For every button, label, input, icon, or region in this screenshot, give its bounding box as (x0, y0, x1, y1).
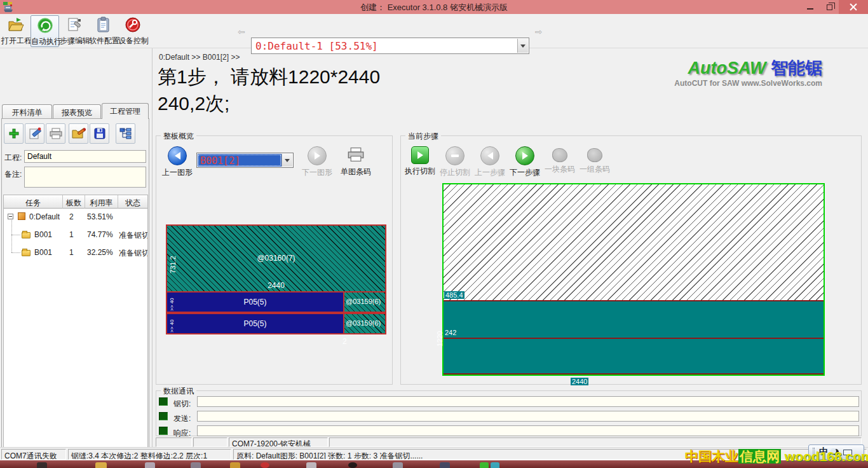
restore-button[interactable] (820, 0, 839, 14)
taskbar-icon[interactable] (230, 462, 240, 468)
send-status-led (159, 412, 168, 420)
graphic-selector-value: B001[2] (200, 155, 240, 167)
next-step-label: 下一步骤 (508, 167, 541, 178)
board-region-large[interactable]: 731.2 @03160(7) 2440 (166, 224, 386, 292)
taskbar-icon[interactable] (480, 462, 489, 468)
close-button[interactable] (839, 0, 868, 14)
taskbar-icon[interactable] (145, 462, 155, 468)
open-project-button[interactable]: 打开工程 (1, 15, 30, 47)
tab-label: 报表预览 (62, 108, 92, 117)
cell-rate: 53.51% (87, 212, 113, 221)
strip-part-label: P05(5) (167, 319, 343, 328)
auto-run-icon (31, 16, 58, 35)
folder-icon (22, 232, 31, 238)
board-region-offcut[interactable]: @03159(6) (343, 291, 386, 313)
main-toolbar: 打开工程 自动执行 (0, 14, 868, 48)
cell-task: B001 (34, 248, 52, 257)
graphic-selector-combo[interactable]: B001[2] (196, 153, 294, 168)
table-row[interactable]: 0:Default 2 53.51% (4, 210, 147, 224)
remark-field-label: 备注: (4, 169, 22, 180)
remaining-material-region[interactable] (444, 184, 824, 300)
step-edit-button[interactable]: 步骤编辑 (60, 15, 88, 47)
taskbar-icon[interactable] (95, 462, 107, 468)
execute-cut-button[interactable]: 执行切割 (403, 146, 437, 177)
saw-data-input[interactable] (197, 396, 859, 407)
board-region-strip[interactable]: >> 40 P05(5) (166, 291, 344, 313)
board-region-strip[interactable]: >> 40 P05(5) (166, 313, 344, 334)
current-cut-diagram[interactable]: 485.4 242 1220 2440 (442, 183, 825, 376)
next-step-button[interactable]: 下一步骤 (508, 146, 541, 178)
next-graphic-button[interactable]: 下一图形 (301, 146, 333, 178)
column-header-status[interactable]: 状态 (118, 195, 147, 209)
saw-params-segment: 锯缝:3.4 本次修边:2 整料修边:2,2 层次:1 (68, 449, 231, 460)
group-barcode-button[interactable]: 一组条码 (578, 146, 611, 175)
prev-graphic-button[interactable]: 上一图形 (161, 146, 193, 178)
add-button[interactable] (4, 123, 24, 144)
nav-forward-arrow-icon[interactable]: ⇨ (535, 27, 543, 37)
column-header-rate[interactable]: 利用率 (85, 195, 118, 209)
prev-step-button[interactable]: 上一步骤 (473, 146, 506, 178)
column-header-task[interactable]: 任务 (4, 195, 63, 209)
taskbar-icon[interactable] (491, 462, 499, 468)
piece-barcode-button[interactable]: 一块条码 (543, 146, 576, 175)
taskbar-icon[interactable] (37, 462, 47, 468)
remark-textarea[interactable] (24, 167, 146, 188)
single-barcode-button[interactable]: 单图条码 (338, 146, 374, 177)
cut-strip-region[interactable] (444, 301, 824, 338)
folder-icon (22, 250, 31, 256)
cell-status: 准备锯切 (119, 230, 147, 241)
taskbar-icon[interactable] (306, 462, 316, 468)
table-row[interactable]: B001 1 32.25% 准备锯切 (4, 245, 147, 259)
close-icon (850, 3, 857, 11)
tab-project-manage[interactable]: 工程管理 (102, 103, 149, 119)
prev-graphic-label: 上一图形 (161, 167, 193, 178)
project-edit-button[interactable] (69, 123, 88, 144)
taskbar-icon[interactable] (191, 462, 201, 468)
board-layout-diagram[interactable]: 731.2 @03160(7) 2440 >> 40 P05(5) @03159… (166, 224, 386, 334)
response-data-input[interactable] (197, 425, 859, 436)
edit-button[interactable] (25, 123, 44, 144)
tree-collapse-icon[interactable] (8, 214, 13, 219)
board-region-offcut[interactable]: @03159(6) (343, 313, 386, 334)
taskbar-icon[interactable] (348, 462, 357, 468)
send-data-input[interactable] (197, 411, 859, 422)
taskbar-icon[interactable] (440, 462, 450, 468)
save-button[interactable] (90, 123, 109, 144)
clipboard-icon (89, 15, 118, 34)
column-header-boards[interactable]: 板数 (63, 195, 85, 209)
combo-dropdown-button[interactable] (281, 154, 292, 167)
task-selector-value: 0:Default-1 [53.51%] (255, 40, 378, 52)
tree-view-button[interactable] (116, 123, 135, 144)
auto-run-button[interactable]: 自动执行 (31, 15, 59, 47)
minimize-button[interactable] (801, 0, 820, 14)
instruction-line1: 第1步， 请放料1220*2440 (158, 64, 513, 90)
software-config-button[interactable]: 软件配置 (89, 15, 118, 47)
watermark: 中国木业信息网 wood168.com (685, 448, 868, 465)
toolbar-button-label: 打开工程 (1, 36, 30, 46)
stop-cut-button[interactable]: 停止切割 (438, 146, 471, 178)
toolbar-button-label: 步骤编辑 (60, 36, 88, 46)
taskbar-icon[interactable] (393, 462, 403, 468)
taskbar-icon[interactable] (261, 462, 269, 468)
barcode-scanner-icon (552, 148, 567, 162)
logo-brand-cn: 智能锯 (771, 59, 822, 78)
tab-report-preview[interactable]: 报表预览 (53, 104, 101, 119)
print-button[interactable] (46, 123, 65, 144)
tab-cutting-list[interactable]: 开料清单 (2, 104, 52, 119)
group-barcode-label: 一组条码 (578, 164, 611, 175)
combo-dropdown-button[interactable] (517, 39, 528, 53)
restore-icon (827, 4, 832, 10)
printer-icon (348, 146, 364, 163)
logo-brand: AutoSAW (688, 59, 766, 78)
cell-task: B001 (34, 230, 52, 239)
board-height-label: 1220 (436, 331, 444, 347)
region-width-label: 2440 (167, 281, 385, 290)
task-selector-combo[interactable]: 0:Default-1 [53.51%] (251, 38, 529, 54)
nav-back-arrow-icon[interactable]: ⇦ (238, 27, 245, 37)
execute-cut-label: 执行切割 (403, 166, 437, 177)
table-row[interactable]: B001 1 74.77% 准备锯切 (4, 228, 147, 242)
cut-strip-region[interactable] (444, 339, 824, 373)
response-status-led (159, 427, 168, 435)
project-name-input[interactable] (24, 150, 146, 163)
device-control-button[interactable]: 设备控制 (118, 15, 147, 47)
